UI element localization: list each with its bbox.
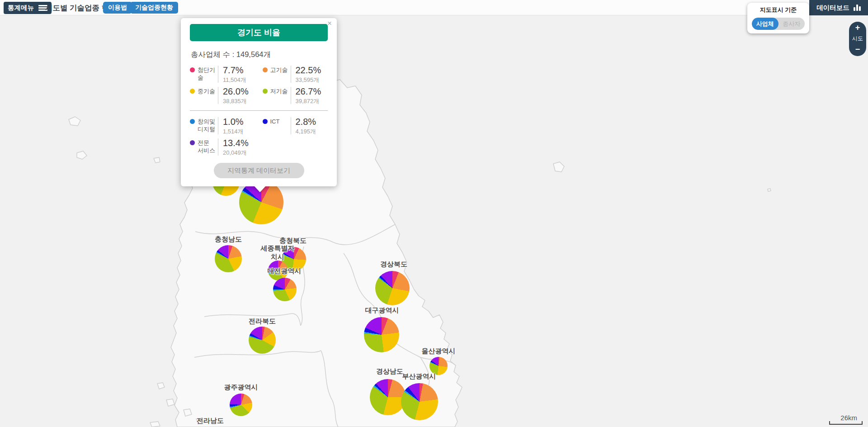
region-pie-gwangju[interactable] — [230, 394, 252, 416]
legend-percent: 1.0% — [223, 117, 244, 127]
region-label-gwangju: 광주광역시 — [224, 383, 258, 392]
legend-percent: 26.0% — [223, 86, 249, 96]
region-pie-daegu[interactable] — [364, 317, 399, 352]
usage-guide-button[interactable]: 이용법 — [103, 2, 132, 14]
popup-title: 경기도 비율 — [190, 24, 328, 41]
stats-menu-button[interactable]: 통계메뉴 — [4, 2, 52, 14]
bar-chart-icon — [854, 5, 861, 11]
legend-label: 중기술 — [198, 88, 215, 95]
region-pie-busan[interactable] — [401, 383, 438, 420]
legend-percent: 22.5% — [296, 65, 321, 75]
region-label-daegu: 대구광역시 — [365, 306, 399, 315]
databoard-button[interactable]: 데이터보드 — [809, 0, 868, 15]
legend-count: 20,049개 — [223, 149, 249, 157]
legend-row: 창의및 디지털1.0%1,514개 — [190, 117, 255, 138]
legend-label: 고기술 — [270, 66, 288, 74]
popup-tail — [254, 186, 266, 192]
databoard-label: 데이터보드 — [816, 4, 849, 12]
region-label-ulsan: 울산광역시 — [422, 347, 456, 356]
legend-row: 저기술26.7%39,872개 — [263, 86, 328, 108]
legend-count: 39,872개 — [296, 97, 321, 105]
legend-percent: 2.8% — [296, 117, 316, 127]
region-pie-daejeon[interactable] — [273, 278, 297, 301]
top-bar: 통계메뉴 시도별 기술업종 현황 이용법 기술업종현황 데이터보드 — [0, 0, 868, 15]
map-scale-bar — [829, 421, 863, 425]
legend-count: 4,195개 — [296, 128, 316, 136]
region-label-sejong: 세종특별자 치시 — [261, 244, 295, 261]
toggle-option-workers[interactable]: 종사자 — [778, 18, 805, 30]
region-stats-popup: × 경기도 비율 총사업체 수 : 149,564개 첨단기술7.7%11,50… — [181, 18, 337, 186]
stats-menu-label: 통계메뉴 — [8, 4, 34, 12]
region-pie-gyeongbuk[interactable] — [375, 271, 410, 305]
legend-percent: 26.7% — [296, 86, 321, 96]
close-icon[interactable]: × — [327, 19, 332, 27]
legend-row: 전문 서비스13.4%20,049개 — [190, 138, 255, 159]
legend-row: 첨단기술7.7%11,504개 — [190, 65, 255, 86]
legend-label: 전문 서비스 — [198, 139, 215, 155]
legend-label: ICT — [270, 118, 280, 126]
region-label-jeonnam: 전라남도 — [197, 417, 224, 425]
legend-count: 11,504개 — [223, 76, 246, 84]
legend-color-dot — [190, 89, 195, 94]
legend-label: 창의및 디지털 — [198, 118, 215, 133]
legend-color-dot — [190, 67, 195, 72]
region-label-daejeon: 대전광역시 — [268, 267, 302, 275]
legend-color-dot — [263, 89, 268, 94]
zoom-level-label: 시도 — [852, 35, 863, 43]
region-label-gyeongbuk: 경상북도 — [380, 260, 407, 269]
legend-count: 1,514개 — [223, 128, 244, 136]
map-criteria-panel: 지도표시 기준 사업체 종사자 — [747, 3, 809, 33]
legend-percent: 13.4% — [223, 138, 249, 148]
popup-legend: 첨단기술7.7%11,504개고기술22.5%33,595개중기술26.0%38… — [190, 65, 328, 159]
region-pie-gyeongnam[interactable] — [370, 379, 406, 415]
legend-label: 첨단기술 — [198, 66, 217, 82]
region-label-jeonbuk: 전라북도 — [249, 317, 276, 326]
regional-stats-data-button[interactable]: 지역통계 데이터보기 — [214, 163, 304, 178]
map-scale-label: 26km — [840, 414, 857, 422]
map-criteria-title: 지도표시 기준 — [747, 6, 809, 14]
zoom-in-button[interactable]: + — [855, 24, 860, 31]
legend-color-dot — [190, 119, 195, 124]
toggle-option-business[interactable]: 사업체 — [752, 18, 778, 30]
region-label-chungbuk: 충청북도 — [279, 237, 307, 245]
region-label-chungnam: 충청남도 — [215, 235, 242, 244]
legend-color-dot — [263, 119, 268, 124]
legend-percent: 7.7% — [223, 65, 246, 75]
criteria-toggle: 사업체 종사자 — [752, 18, 805, 30]
legend-row: ICT2.8%4,195개 — [263, 117, 328, 138]
zoom-out-button[interactable]: − — [855, 46, 860, 53]
region-label-gyeongnam: 경상남도 — [376, 367, 403, 376]
region-pie-chungnam[interactable] — [215, 245, 242, 272]
legend-row: 중기술26.0%38,835개 — [190, 86, 255, 108]
map-zoom-control: + 시도 − — [849, 22, 866, 56]
legend-label: 저기술 — [270, 88, 288, 95]
region-label-busan: 부산광역시 — [402, 372, 436, 381]
legend-count: 33,595개 — [296, 76, 321, 84]
legend-group-divider — [190, 110, 328, 111]
map-canvas[interactable]: 충청남도충청북도세종특별자 치시대전광역시경상북도대구광역시전라북도울산광역시경… — [0, 0, 868, 427]
legend-color-dot — [263, 67, 268, 72]
region-pie-jeonbuk[interactable] — [249, 327, 276, 354]
legend-row: 고기술22.5%33,595개 — [263, 65, 328, 86]
legend-count: 38,835개 — [223, 97, 249, 105]
tech-industry-status-button[interactable]: 기술업종현황 — [130, 2, 178, 14]
popup-total-businesses: 총사업체 수 : 149,564개 — [191, 50, 327, 60]
legend-color-dot — [190, 140, 195, 145]
